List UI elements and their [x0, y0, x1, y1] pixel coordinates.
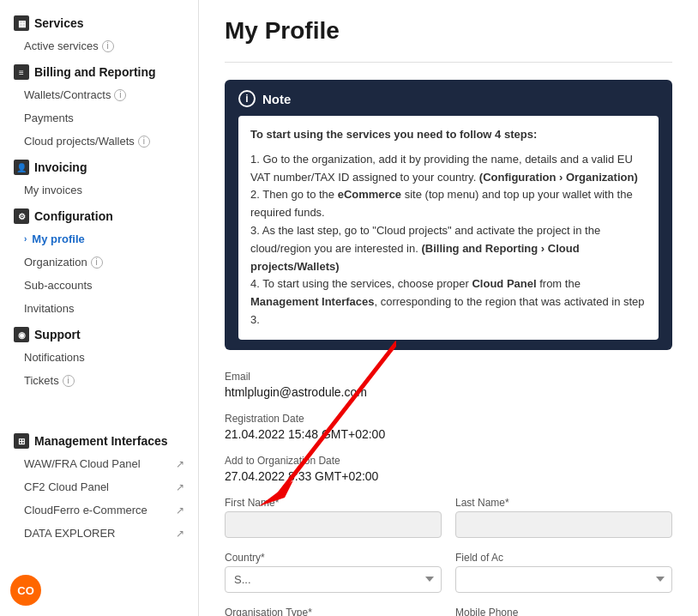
page-title: My Profile — [225, 17, 672, 45]
field-of-ac-label: Field of Ac — [455, 552, 672, 564]
info-icon-cloud-projects[interactable]: i — [138, 136, 150, 148]
email-label: Email — [225, 371, 672, 383]
org-type-row: Organisation Type* Other Mobile Phone — [225, 607, 672, 616]
sidebar-section-configuration: ⚙ Configuration — [0, 202, 198, 227]
invoice-icon: 👤 — [14, 160, 29, 175]
registration-value: 21.04.2022 15:48 GMT+02:00 — [225, 427, 672, 441]
main-content: My Profile i Note To start using the ser… — [199, 0, 698, 616]
config-icon: ⚙ — [14, 208, 29, 224]
last-name-group: Last Name* — [455, 497, 672, 538]
note-step4-bold1: Cloud Panel — [472, 277, 536, 290]
sidebar-item-data-explorer[interactable]: DATA EXPLORER ↗ — [0, 522, 198, 545]
sidebar-item-notifications[interactable]: Notifications — [0, 346, 198, 369]
support-icon: ◉ — [14, 327, 29, 342]
note-header: i Note — [238, 90, 659, 107]
country-row: Country* S... Field of Ac — [225, 552, 672, 593]
add-to-org-group: Add to Organization Date 27.04.2022 8:33… — [225, 455, 672, 483]
sidebar-item-my-invoices[interactable]: My invoices — [0, 178, 198, 202]
sidebar-item-payments[interactable]: Payments — [0, 106, 198, 130]
country-label: Country* — [225, 552, 442, 564]
sidebar-item-cloud-projects[interactable]: Cloud projects/Wallets i — [0, 130, 198, 153]
sidebar-item-sub-accounts[interactable]: Sub-accounts — [0, 274, 198, 297]
doc-icon: ≡ — [14, 64, 29, 80]
sidebar-item-ecommerce[interactable]: CloudFerro e-Commerce ↗ — [0, 498, 198, 522]
grid-icon: ▦ — [14, 15, 29, 31]
sidebar-item-waw-fpa[interactable]: WAW/FRA Cloud Panel ↗ — [0, 452, 198, 475]
email-row: Email htmlplugin@astrodule.com — [225, 371, 672, 399]
note-step4: 4. To start using the services, choose p… — [250, 275, 647, 329]
country-group: Country* S... — [225, 552, 442, 593]
note-step2: 2. Then go to the eCommerce site (top me… — [250, 186, 647, 222]
note-info-icon: i — [238, 90, 256, 107]
email-value: htmlplugin@astrodule.com — [225, 385, 672, 399]
mobile-phone-label: Mobile Phone — [455, 607, 672, 616]
info-icon-active-services[interactable]: i — [102, 40, 114, 52]
add-to-org-value: 27.04.2022 8:33 GMT+02:00 — [225, 469, 672, 483]
email-group: Email htmlplugin@astrodule.com — [225, 371, 672, 399]
sidebar-section-support: ◉ Support — [0, 320, 198, 346]
note-body: To start using the services you need to … — [238, 116, 659, 340]
last-name-input[interactable] — [455, 511, 672, 538]
sidebar-section-invoicing: 👤 Invoicing — [0, 153, 198, 178]
country-select[interactable]: S... — [225, 566, 442, 593]
org-type-group: Organisation Type* Other — [225, 607, 442, 616]
field-of-ac-select[interactable] — [455, 566, 672, 593]
sidebar-item-tickets[interactable]: Tickets i — [0, 369, 198, 392]
first-name-group: First Name* — [225, 497, 442, 538]
sidebar-item-wallets[interactable]: Wallets/Contracts i — [0, 83, 198, 106]
first-name-label: First Name* — [225, 497, 442, 509]
name-row: First Name* Last Name* — [225, 497, 672, 538]
note-step2-ecommerce: eCommerce — [338, 188, 401, 201]
info-icon-organization[interactable]: i — [91, 257, 103, 269]
note-step4-bold2: Management Interfaces — [250, 295, 375, 308]
note-intro: To start using the services you need to … — [250, 126, 647, 144]
mgmt-icon: ⊞ — [14, 433, 29, 449]
chevron-icon: › — [24, 234, 27, 244]
mobile-phone-group: Mobile Phone — [455, 607, 672, 616]
external-icon-cf2: ↗ — [176, 481, 184, 493]
field-of-ac-group: Field of Ac — [455, 552, 672, 593]
sidebar-item-active-services[interactable]: Active services i — [0, 34, 198, 57]
registration-group: Registration Date 21.04.2022 15:48 GMT+0… — [225, 413, 672, 441]
sidebar-item-cf2[interactable]: CF2 Cloud Panel ↗ — [0, 475, 198, 498]
info-icon-wallets[interactable]: i — [114, 89, 126, 101]
note-step1-bold: (Configuration › Organization) — [479, 171, 638, 184]
sidebar-item-my-profile[interactable]: › My profile — [0, 227, 198, 251]
divider — [225, 62, 672, 63]
add-to-org-row: Add to Organization Date 27.04.2022 8:33… — [225, 455, 672, 483]
first-name-input[interactable] — [225, 511, 442, 538]
sidebar-item-organization[interactable]: Organization i — [0, 251, 198, 274]
sidebar: ▦ Services Active services i ≡ Billing a… — [0, 0, 199, 616]
sidebar-section-management: ⊞ Management Interfaces — [0, 426, 198, 452]
registration-label: Registration Date — [225, 413, 672, 425]
note-box: i Note To start using the services you n… — [225, 80, 672, 350]
last-name-label: Last Name* — [455, 497, 672, 509]
sidebar-section-services: ▦ Services — [0, 9, 198, 34]
external-icon-ecommerce: ↗ — [176, 504, 184, 516]
external-icon-data-explorer: ↗ — [176, 528, 184, 540]
external-icon-waw: ↗ — [176, 458, 184, 470]
add-to-org-label: Add to Organization Date — [225, 455, 672, 467]
org-type-label: Organisation Type* — [225, 607, 442, 616]
note-step1: 1. Go to the organization, add it by pro… — [250, 151, 647, 187]
note-step3-bold: (Billing and Reporting › Cloud projects/… — [250, 242, 580, 273]
note-step3: 3. As the last step, go to "Cloud projec… — [250, 222, 647, 275]
registration-row: Registration Date 21.04.2022 15:48 GMT+0… — [225, 413, 672, 441]
avatar[interactable]: CO — [10, 575, 41, 606]
sidebar-item-invitations[interactable]: Invitations — [0, 297, 198, 320]
info-icon-tickets[interactable]: i — [63, 375, 75, 387]
sidebar-section-billing: ≡ Billing and Reporting — [0, 57, 198, 83]
